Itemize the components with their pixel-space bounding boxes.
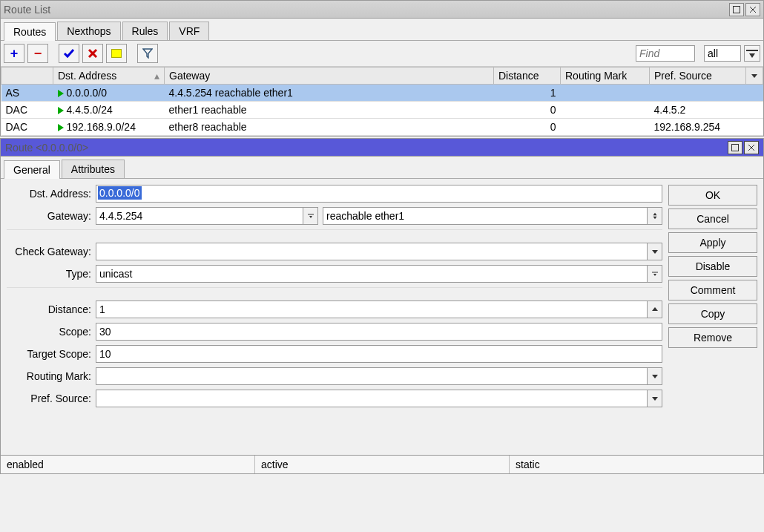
dst-address-input[interactable]: 0.0.0.0/0 bbox=[96, 185, 662, 203]
close-icon[interactable] bbox=[744, 141, 759, 154]
minus-icon: − bbox=[34, 46, 42, 62]
gateway-spin[interactable] bbox=[648, 207, 662, 225]
route-list-toolbar: + − bbox=[1, 41, 763, 67]
row-pad bbox=[746, 85, 763, 102]
tab-attributes[interactable]: Attributes bbox=[62, 160, 125, 178]
check-gateway-dropdown[interactable] bbox=[648, 243, 662, 260]
route-list-title: Route List bbox=[4, 4, 728, 16]
type-dropdown[interactable] bbox=[648, 265, 662, 283]
svg-marker-8 bbox=[751, 74, 757, 78]
note-icon bbox=[111, 49, 122, 58]
row-gateway: ether8 reachable bbox=[165, 119, 494, 136]
table-row[interactable]: DAC192.168.9.0/24ether8 reachable0192.16… bbox=[1, 119, 763, 136]
svg-marker-20 bbox=[652, 375, 658, 378]
row-pref: 4.4.5.2 bbox=[650, 102, 746, 119]
col-pref[interactable]: Pref. Source bbox=[650, 68, 746, 85]
row-pad bbox=[746, 102, 763, 119]
maximize-icon[interactable] bbox=[728, 141, 742, 154]
dst-value: 0.0.0.0/0 bbox=[98, 186, 142, 200]
distance-collapse[interactable] bbox=[648, 301, 662, 318]
svg-marker-13 bbox=[309, 216, 312, 218]
table-row[interactable]: DAC4.4.5.0/24ether1 reachable04.4.5.2 bbox=[1, 102, 763, 119]
svg-rect-0 bbox=[734, 6, 740, 13]
check-gateway-input[interactable] bbox=[96, 243, 648, 260]
row-gateway: ether1 reachable bbox=[165, 102, 494, 119]
apply-button[interactable]: Apply bbox=[668, 232, 757, 253]
row-flag: DAC bbox=[1, 119, 53, 136]
row-pref: 192.168.9.254 bbox=[650, 119, 746, 136]
target-scope-input[interactable] bbox=[96, 345, 662, 363]
tab-routes[interactable]: Routes bbox=[4, 22, 56, 41]
tab-vrf[interactable]: VRF bbox=[169, 22, 209, 40]
ok-button[interactable]: OK bbox=[668, 185, 757, 206]
gateway-label: Gateway: bbox=[7, 210, 96, 222]
comment-button[interactable] bbox=[106, 44, 127, 63]
pref-source-dropdown[interactable] bbox=[648, 390, 662, 407]
route-detail-titlebar[interactable]: Route <0.0.0.0/0> bbox=[1, 139, 763, 157]
routing-mark-input[interactable] bbox=[96, 367, 648, 385]
col-flags[interactable] bbox=[1, 68, 53, 85]
remove-button[interactable]: − bbox=[27, 44, 48, 63]
svg-rect-9 bbox=[732, 144, 739, 151]
row-flag: AS bbox=[1, 85, 53, 102]
action-buttons: OK Cancel Apply Disable Comment Copy Rem… bbox=[668, 185, 757, 449]
filter-button[interactable] bbox=[137, 44, 158, 63]
active-icon bbox=[58, 107, 64, 114]
filter-select[interactable] bbox=[704, 45, 741, 62]
status-bar: enabled active static bbox=[1, 455, 763, 473]
row-gateway: 4.4.5.254 reachable ether1 bbox=[165, 85, 494, 102]
tab-nexthops[interactable]: Nexthops bbox=[57, 22, 120, 40]
route-detail-title: Route <0.0.0.0/0> bbox=[5, 142, 726, 154]
col-menu[interactable] bbox=[746, 68, 763, 85]
row-distance: 1 bbox=[494, 85, 561, 102]
route-form: Dst. Address: 0.0.0.0/0 Gateway: Check G… bbox=[7, 185, 662, 449]
route-list-titlebar[interactable]: Route List bbox=[1, 1, 763, 19]
cancel-button[interactable]: Cancel bbox=[668, 208, 757, 229]
row-distance: 0 bbox=[494, 102, 561, 119]
svg-marker-21 bbox=[652, 397, 658, 401]
add-button[interactable]: + bbox=[4, 44, 24, 63]
type-input[interactable] bbox=[96, 265, 648, 283]
tab-general[interactable]: General bbox=[4, 160, 60, 179]
routing-mark-dropdown[interactable] bbox=[648, 367, 662, 385]
enable-button[interactable] bbox=[59, 44, 79, 63]
pref-source-input[interactable] bbox=[96, 390, 648, 407]
x-icon bbox=[88, 48, 98, 59]
scope-input[interactable] bbox=[96, 323, 662, 341]
chevron-down-icon bbox=[751, 72, 758, 79]
route-list-tabs: Routes Nexthops Rules VRF bbox=[1, 19, 763, 41]
distance-label: Distance: bbox=[7, 303, 96, 315]
tab-rules[interactable]: Rules bbox=[122, 22, 168, 40]
col-dst[interactable]: Dst. Address▴ bbox=[53, 68, 165, 85]
route-detail-tabs: General Attributes bbox=[1, 157, 763, 179]
route-list-window: Route List Routes Nexthops Rules VRF + −… bbox=[0, 0, 764, 137]
row-pad bbox=[746, 119, 763, 136]
active-icon bbox=[58, 90, 64, 97]
find-input[interactable] bbox=[636, 45, 695, 62]
svg-marker-7 bbox=[749, 53, 755, 58]
svg-marker-18 bbox=[653, 274, 656, 276]
dst-label: Dst. Address: bbox=[7, 188, 96, 200]
copy-button[interactable]: Copy bbox=[668, 303, 757, 324]
disable-button[interactable] bbox=[82, 44, 103, 63]
comment-button[interactable]: Comment bbox=[668, 280, 757, 301]
gateway-input[interactable] bbox=[96, 207, 303, 225]
svg-marker-16 bbox=[652, 250, 658, 254]
check-gateway-label: Check Gateway: bbox=[7, 246, 96, 257]
type-label: Type: bbox=[7, 268, 96, 280]
table-row[interactable]: AS0.0.0.0/04.4.5.254 reachable ether11 bbox=[1, 85, 763, 102]
distance-input[interactable] bbox=[96, 301, 648, 318]
row-mark bbox=[561, 102, 650, 119]
col-mark[interactable]: Routing Mark bbox=[561, 68, 650, 85]
col-distance[interactable]: Distance bbox=[494, 68, 561, 85]
col-gateway[interactable]: Gateway bbox=[165, 68, 494, 85]
pref-source-label: Pref. Source: bbox=[7, 393, 96, 404]
svg-marker-14 bbox=[653, 213, 656, 215]
remove-button[interactable]: Remove bbox=[668, 327, 757, 348]
maximize-icon[interactable] bbox=[729, 3, 744, 16]
disable-button[interactable]: Disable bbox=[668, 256, 757, 277]
filter-dropdown-button[interactable] bbox=[744, 45, 760, 62]
gateway-dropdown[interactable] bbox=[303, 207, 318, 225]
close-icon[interactable] bbox=[745, 3, 760, 16]
row-distance: 0 bbox=[494, 119, 561, 136]
